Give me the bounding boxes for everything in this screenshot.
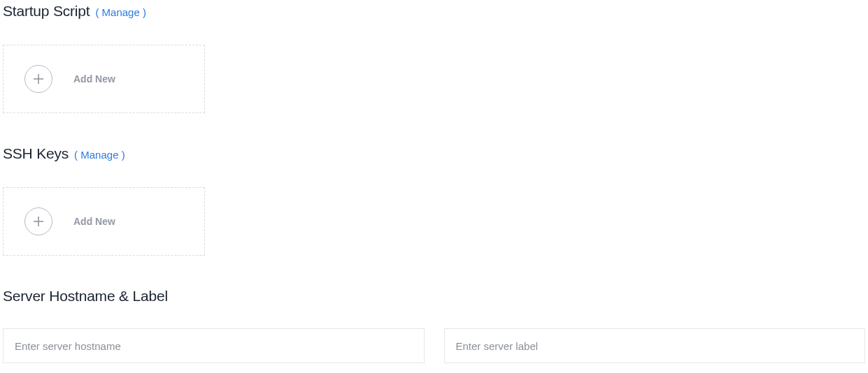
ssh-keys-add-new-label: Add New — [73, 216, 115, 227]
label-input[interactable] — [444, 328, 866, 363]
startup-script-add-new-label: Add New — [73, 73, 115, 85]
startup-script-manage-link[interactable]: ( Manage ) — [95, 6, 146, 18]
ssh-keys-title: SSH Keys — [3, 145, 69, 162]
ssh-keys-section: SSH Keys ( Manage ) Add New — [3, 145, 865, 256]
startup-script-title: Startup Script — [3, 3, 90, 20]
ssh-keys-manage-link[interactable]: ( Manage ) — [74, 149, 125, 161]
hostname-section: Server Hostname & Label — [3, 288, 865, 363]
startup-script-add-new-card[interactable]: Add New — [3, 45, 205, 113]
plus-icon — [24, 207, 52, 235]
ssh-keys-header: SSH Keys ( Manage ) — [3, 145, 865, 162]
plus-icon — [24, 65, 52, 93]
ssh-keys-add-new-card[interactable]: Add New — [3, 187, 205, 256]
hostname-input-row — [3, 328, 865, 363]
hostname-input[interactable] — [3, 328, 425, 363]
startup-script-section: Startup Script ( Manage ) Add New — [3, 3, 865, 113]
hostname-title: Server Hostname & Label — [3, 288, 168, 305]
hostname-header: Server Hostname & Label — [3, 288, 865, 305]
startup-script-header: Startup Script ( Manage ) — [3, 3, 865, 20]
